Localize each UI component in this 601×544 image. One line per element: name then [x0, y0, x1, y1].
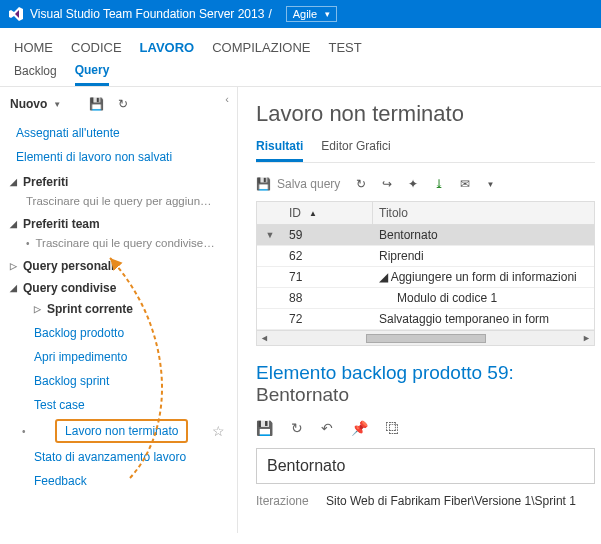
sidebar-item-test-case[interactable]: Test case: [10, 393, 229, 417]
item-detail: Elemento backlog prodotto 59: Bentornato…: [256, 362, 595, 508]
copy-icon[interactable]: ⿻: [386, 420, 400, 436]
cell-id: 72: [283, 309, 373, 329]
col-id-label: ID: [289, 206, 301, 220]
table-row[interactable]: 72Salvataggio temporaneo in form: [257, 309, 594, 330]
section-preferiti[interactable]: ◢Preferiti: [10, 169, 229, 191]
horizontal-scrollbar[interactable]: ◄ ►: [257, 330, 594, 345]
scroll-thumb[interactable]: [366, 334, 486, 343]
project-name: Agile: [293, 8, 317, 20]
cell-id: 88: [283, 288, 373, 308]
link-icon[interactable]: 📌: [351, 420, 368, 436]
hub-codice[interactable]: CODICE: [71, 40, 122, 55]
results-grid: ID▲ Titolo ▼59Bentornato62Riprendi71◢ Ag…: [256, 201, 595, 346]
cell-id: 59: [283, 225, 373, 245]
preferiti-team-hint-text: Trascinare qui le query condivise…: [36, 237, 215, 249]
save-query-button[interactable]: 💾 Salva query: [256, 177, 340, 191]
section-query-condivise-label: Query condivise: [23, 281, 116, 295]
cell-title: Bentornato: [373, 225, 594, 245]
detail-heading: Elemento backlog prodotto 59: Bentornato: [256, 362, 595, 406]
more-icon[interactable]: ▼: [486, 180, 494, 189]
sub-nav: Backlog Query: [0, 61, 601, 87]
redo-icon[interactable]: ↪: [382, 177, 392, 191]
refresh-icon[interactable]: ↻: [356, 177, 366, 191]
hub-nav: HOME CODICE LAVORO COMPILAZIONE TEST: [0, 28, 601, 61]
save-icon[interactable]: 💾: [256, 420, 273, 436]
section-preferiti-team-label: Preferiti team: [23, 217, 100, 231]
cell-title: Modulo di codice 1: [373, 288, 594, 308]
product-name: Visual Studio Team Foundation Server 201…: [30, 7, 264, 21]
new-button[interactable]: Nuovo ▼: [10, 97, 61, 111]
col-id[interactable]: ID▲: [283, 202, 373, 224]
favorite-star-icon[interactable]: ☆: [212, 423, 225, 439]
main-panel: Lavoro non terminato Risultati Editor Gr…: [238, 87, 601, 533]
section-preferiti-team[interactable]: ◢Preferiti team: [10, 211, 229, 233]
tab-risultati[interactable]: Risultati: [256, 139, 303, 162]
section-query-personali-label: Query personali: [23, 259, 114, 273]
project-dropdown[interactable]: Agile ▾: [286, 6, 337, 22]
item-title-input[interactable]: Bentornato: [256, 448, 595, 484]
save-icon[interactable]: 💾: [89, 97, 104, 111]
chevron-down-icon: ▾: [325, 9, 330, 19]
col-titolo[interactable]: Titolo: [373, 202, 594, 224]
sidebar-item-backlog-sprint[interactable]: Backlog sprint: [10, 369, 229, 393]
scroll-left-icon[interactable]: ◄: [260, 333, 269, 343]
section-preferiti-label: Preferiti: [23, 175, 68, 189]
iteration-value[interactable]: Sito Web di Fabrikam Fiber\Versione 1\Sp…: [326, 494, 576, 508]
sidebar-item-lavoro-non-terminato-wrap: • Lavoro non terminato ☆: [10, 417, 229, 445]
preferiti-hint: Trascinare qui le query per aggiun…: [10, 191, 229, 211]
hub-test[interactable]: TEST: [328, 40, 361, 55]
detail-toolbar: 💾 ↻ ↶ 📌 ⿻: [256, 420, 595, 448]
sprint-corrente-label: Sprint corrente: [47, 302, 133, 316]
collapse-sidebar-icon[interactable]: ‹: [225, 93, 229, 105]
main-tabs: Risultati Editor Grafici: [256, 139, 595, 163]
hub-home[interactable]: HOME: [14, 40, 53, 55]
table-row[interactable]: ▼59Bentornato: [257, 225, 594, 246]
detail-heading-lead: Elemento backlog prodotto 59:: [256, 362, 514, 383]
sidebar-item-lavoro-non-terminato[interactable]: Lavoro non terminato: [55, 419, 188, 443]
hub-compilazione[interactable]: COMPILAZIONE: [212, 40, 310, 55]
hub-lavoro[interactable]: LAVORO: [140, 40, 195, 55]
bullet-icon: •: [22, 426, 26, 437]
sort-asc-icon: ▲: [309, 209, 317, 218]
iteration-label: Iterazione: [256, 494, 326, 508]
tab-editor-grafici[interactable]: Editor Grafici: [321, 139, 390, 162]
undo-icon[interactable]: ↶: [321, 420, 333, 436]
sidebar-link-non-salvati[interactable]: Elementi di lavoro non salvati: [10, 145, 229, 169]
cell-title: Salvataggio temporaneo in form: [373, 309, 594, 329]
results-toolbar: 💾 Salva query ↻ ↪ ✦ ⤓ ✉ ▼: [256, 173, 595, 201]
table-row[interactable]: 88Modulo di codice 1: [257, 288, 594, 309]
table-row[interactable]: 62Riprendi: [257, 246, 594, 267]
vs-logo-icon: [8, 6, 24, 22]
refresh-icon[interactable]: ↻: [118, 97, 128, 111]
save-query-label: Salva query: [277, 177, 340, 191]
sidebar-item-apri-impedimento[interactable]: Apri impedimento: [10, 345, 229, 369]
iteration-row: Iterazione Sito Web di Fabrikam Fiber\Ve…: [256, 494, 595, 508]
new-item-icon[interactable]: ✦: [408, 177, 418, 191]
export-icon[interactable]: ⤓: [434, 177, 444, 191]
sidebar-item-backlog-prodotto[interactable]: Backlog prodotto: [10, 321, 229, 345]
sub-backlog[interactable]: Backlog: [14, 64, 57, 86]
sidebar: ‹ Nuovo ▼ 💾 ↻ Assegnati all'utente Eleme…: [0, 87, 238, 533]
table-row[interactable]: 71◢ Aggiungere un form di informazioni: [257, 267, 594, 288]
sidebar-item-sprint-corrente[interactable]: ▷Sprint corrente: [10, 297, 229, 321]
cell-title: Riprendi: [373, 246, 594, 266]
cell-id: 62: [283, 246, 373, 266]
detail-heading-trail: Bentornato: [256, 384, 349, 405]
refresh-icon[interactable]: ↻: [291, 420, 303, 436]
row-expander[interactable]: ▼: [257, 230, 283, 240]
sub-query[interactable]: Query: [75, 63, 110, 86]
breadcrumb-separator: /: [268, 7, 271, 21]
sidebar-item-stato[interactable]: Stato di avanzamento lavoro: [10, 445, 229, 469]
page-title: Lavoro non terminato: [256, 101, 595, 127]
cell-title: ◢ Aggiungere un form di informazioni: [373, 267, 594, 287]
cell-id: 71: [283, 267, 373, 287]
section-query-condivise[interactable]: ◢Query condivise: [10, 275, 229, 297]
scroll-right-icon[interactable]: ►: [582, 333, 591, 343]
email-icon[interactable]: ✉: [460, 177, 470, 191]
section-query-personali[interactable]: ▷Query personali: [10, 253, 229, 275]
preferiti-team-hint: •Trascinare qui le query condivise…: [10, 233, 229, 253]
save-icon: 💾: [256, 177, 271, 191]
chevron-down-icon: ▼: [53, 100, 61, 109]
sidebar-link-assegnati[interactable]: Assegnati all'utente: [10, 121, 229, 145]
sidebar-item-feedback[interactable]: Feedback: [10, 469, 229, 493]
